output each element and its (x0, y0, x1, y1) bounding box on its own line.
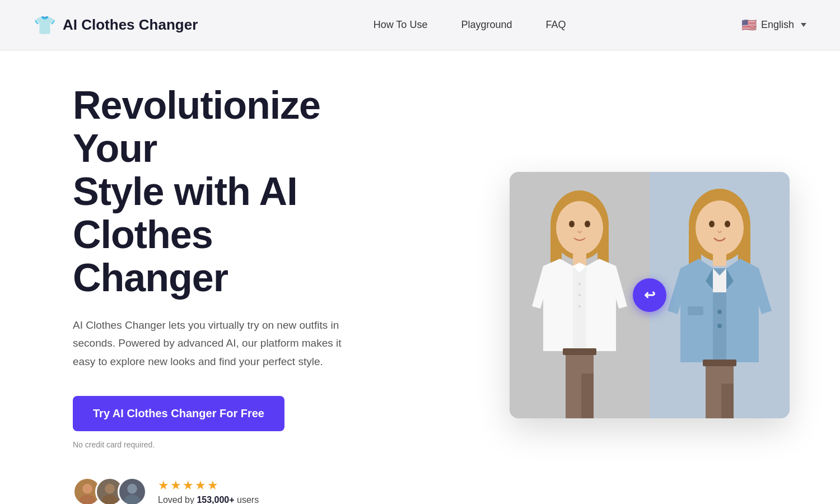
svg-point-4 (127, 484, 137, 494)
star-rating: ★★★★★ (158, 478, 259, 493)
no-credit-card-text: No credit card required. (73, 440, 398, 449)
language-selector[interactable]: 🇺🇸 English (741, 18, 806, 32)
svg-point-16 (578, 305, 581, 307)
main-nav: How To Use Playground FAQ (374, 19, 566, 31)
social-proof: ★★★★★ Loved by 153,000+ users (73, 477, 398, 504)
header: 👕 AI Clothes Changer How To Use Playgrou… (0, 0, 840, 50)
logo[interactable]: 👕 AI Clothes Changer (34, 15, 198, 36)
svg-point-29 (717, 310, 722, 314)
svg-point-12 (585, 221, 590, 227)
logo-text: AI Clothes Changer (63, 16, 198, 34)
svg-rect-34 (706, 384, 718, 418)
hero-heading: Revolutionize Your Style with AI Clothes… (73, 84, 398, 300)
before-image (510, 172, 650, 418)
nav-playground[interactable]: Playground (461, 19, 512, 31)
svg-point-10 (556, 201, 603, 255)
chevron-down-icon (801, 23, 806, 27)
loved-by-text: Loved by 153,000+ users (158, 495, 259, 504)
hero-section: Revolutionize Your Style with AI Clothes… (0, 50, 840, 504)
svg-rect-18 (563, 348, 596, 355)
avatar-3 (118, 477, 147, 504)
svg-rect-20 (581, 374, 594, 418)
hero-image-comparison: ↩ (504, 172, 795, 418)
hero-content: Revolutionize Your Style with AI Clothes… (73, 84, 398, 504)
svg-rect-31 (688, 306, 703, 315)
svg-point-2 (105, 484, 115, 494)
nav-how-to-use[interactable]: How To Use (374, 19, 428, 31)
svg-point-15 (578, 293, 581, 296)
language-label: English (761, 19, 794, 31)
svg-rect-28 (713, 252, 726, 266)
cta-button[interactable]: Try AI Clothes Changer For Free (73, 396, 284, 431)
svg-point-1 (80, 494, 95, 504)
svg-point-27 (725, 221, 730, 227)
before-after-comparison: ↩ (510, 172, 790, 418)
flag-icon: 🇺🇸 (741, 18, 757, 32)
arrow-overlay: ↩ (633, 278, 666, 312)
svg-point-26 (709, 221, 715, 227)
svg-rect-35 (721, 384, 734, 418)
svg-point-25 (696, 200, 744, 255)
hero-subtext: AI Clothes Changer lets you virtually tr… (73, 316, 364, 371)
nav-faq[interactable]: FAQ (545, 19, 566, 31)
svg-point-14 (578, 282, 581, 285)
user-avatars (73, 477, 147, 504)
svg-point-3 (102, 494, 118, 504)
svg-point-11 (569, 221, 575, 227)
after-image (650, 172, 790, 418)
svg-point-0 (82, 484, 92, 494)
svg-rect-33 (703, 360, 736, 366)
svg-point-5 (124, 494, 140, 504)
logo-icon: 👕 (34, 15, 56, 36)
proof-text: ★★★★★ Loved by 153,000+ users (158, 478, 259, 504)
svg-rect-19 (566, 374, 578, 418)
svg-point-30 (717, 324, 722, 328)
